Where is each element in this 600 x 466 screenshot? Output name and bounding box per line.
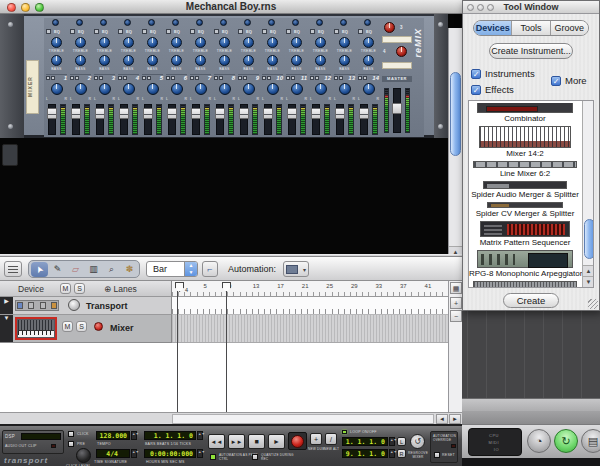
bass-knob[interactable]: [51, 55, 62, 66]
channel-solo-button[interactable]: [363, 76, 367, 80]
eq-toggle-button[interactable]: [286, 29, 291, 34]
automation-dropdown[interactable]: ▾: [283, 261, 309, 277]
device-list-item[interactable]: Line Mixer 6:2: [469, 161, 581, 179]
eq-toggle-button[interactable]: [142, 29, 147, 34]
transport-track-row[interactable]: ▶ Transport: [0, 297, 172, 315]
list-scroll-up-arrow[interactable]: ▲: [583, 265, 594, 276]
channel-solo-button[interactable]: [291, 76, 295, 80]
channel-mute-button[interactable]: [310, 76, 314, 80]
channel-mute-button[interactable]: [358, 76, 362, 80]
tab-groove[interactable]: Groove: [551, 21, 588, 35]
channel-solo-button[interactable]: [171, 76, 175, 80]
horizontal-scrollbar[interactable]: ◄ ►: [0, 412, 462, 424]
channel-mute-button[interactable]: [334, 76, 338, 80]
hand-tool-button[interactable]: ✽: [121, 262, 138, 277]
fader-cap[interactable]: [119, 108, 129, 119]
bass-knob[interactable]: [267, 55, 278, 66]
new-dub-button[interactable]: +: [310, 433, 322, 445]
eq-toggle-button[interactable]: [238, 29, 243, 34]
play-button[interactable]: ►: [268, 434, 285, 449]
channel-solo-button[interactable]: [75, 76, 79, 80]
treble-knob[interactable]: [315, 37, 326, 48]
channel-solo-button[interactable]: [219, 76, 223, 80]
regroove-mixer-button[interactable]: ↺: [410, 434, 425, 449]
transport-mini-button[interactable]: [51, 302, 57, 309]
automation-perf-checkbox[interactable]: [210, 454, 216, 460]
ruler-mode-button[interactable]: ▦: [450, 282, 462, 294]
channel-fader[interactable]: [360, 104, 368, 135]
aux-send-knob[interactable]: [316, 19, 323, 26]
pan-knob[interactable]: [267, 83, 279, 95]
channel-mute-button[interactable]: [286, 76, 290, 80]
stop-button[interactable]: ■: [248, 434, 265, 449]
loop-led[interactable]: [342, 430, 347, 434]
rewind-button[interactable]: ◄◄: [208, 434, 225, 449]
fader-cap[interactable]: [71, 108, 81, 119]
levels-button[interactable]: ▤: [581, 429, 600, 453]
hscroll-track[interactable]: [172, 414, 434, 424]
fader-cap[interactable]: [287, 108, 297, 119]
select-tool-button[interactable]: ➤: [31, 262, 48, 277]
channel-fader[interactable]: [264, 104, 272, 135]
channel-mute-button[interactable]: [70, 76, 74, 80]
aux-send-knob[interactable]: [148, 19, 155, 26]
channel-mute-button[interactable]: [142, 76, 146, 80]
channel-fader[interactable]: [216, 104, 224, 135]
treble-knob[interactable]: [339, 37, 350, 48]
channel-solo-button[interactable]: [267, 76, 271, 80]
device-list-item[interactable]: Spider CV Merger & Splitter: [469, 202, 581, 219]
aux-send-knob[interactable]: [364, 19, 371, 26]
aux-send-knob[interactable]: [340, 19, 347, 26]
channel-fader[interactable]: [312, 104, 320, 135]
rack-scrollbar[interactable]: ▲ ▼: [448, 28, 462, 268]
left-locator-display[interactable]: 1. 1. 1. 0: [342, 437, 388, 446]
channel-solo-button[interactable]: [315, 76, 319, 80]
channel-fader[interactable]: [192, 104, 200, 135]
channel-mute-button[interactable]: [262, 76, 266, 80]
bass-knob[interactable]: [195, 55, 206, 66]
pan-knob[interactable]: [171, 83, 183, 95]
treble-knob[interactable]: [51, 37, 62, 48]
transport-mini-button[interactable]: [40, 302, 46, 309]
aux-return-knob-3[interactable]: [384, 22, 395, 33]
fader-cap[interactable]: [167, 108, 177, 119]
track-expand-strip[interactable]: ▶: [0, 297, 13, 314]
aux-send-knob[interactable]: [172, 19, 179, 26]
master-fader[interactable]: [393, 88, 401, 133]
pan-knob[interactable]: [75, 83, 87, 95]
pan-knob[interactable]: [123, 83, 135, 95]
right-locator-stepper[interactable]: ▲▼: [389, 449, 395, 458]
fader-cap[interactable]: [263, 108, 273, 119]
new-alt-button[interactable]: /: [325, 433, 337, 445]
fast-forward-button[interactable]: ►►: [228, 434, 245, 449]
scroll-right-arrow[interactable]: ►: [449, 414, 461, 424]
aux-send-knob[interactable]: [244, 19, 251, 26]
record-button[interactable]: [288, 432, 307, 450]
channel-solo-button[interactable]: [123, 76, 127, 80]
channel-fader[interactable]: [240, 104, 248, 135]
channel-solo-button[interactable]: [147, 76, 151, 80]
eq-toggle-button[interactable]: [190, 29, 195, 34]
channel-mute-button[interactable]: [166, 76, 170, 80]
treble-knob[interactable]: [243, 37, 254, 48]
eq-toggle-button[interactable]: [118, 29, 123, 34]
device-list-item[interactable]: Mixer 14:2: [469, 126, 581, 159]
treble-knob[interactable]: [195, 37, 206, 48]
pre-checkbox[interactable]: [68, 441, 74, 447]
fader-cap[interactable]: [191, 108, 201, 119]
channel-solo-button[interactable]: [51, 76, 55, 80]
pan-knob[interactable]: [315, 83, 327, 95]
mixer-track-row[interactable]: ▼ M S Mixer: [0, 315, 172, 343]
bass-knob[interactable]: [219, 55, 230, 66]
click-checkbox[interactable]: [68, 431, 74, 437]
channel-mute-button[interactable]: [46, 76, 50, 80]
mixer-track-lane[interactable]: [172, 315, 448, 343]
effects-checkbox[interactable]: ✓ Effects: [471, 84, 514, 95]
transport-track-lane[interactable]: [172, 297, 448, 315]
channel-fader[interactable]: [120, 104, 128, 135]
create-button[interactable]: Create: [503, 293, 559, 308]
device-list-scrollbar[interactable]: ▲ ▼: [582, 101, 594, 287]
bass-knob[interactable]: [171, 55, 182, 66]
sequencer-menu-button[interactable]: [4, 261, 22, 277]
gauge-button[interactable]: ◔: [527, 429, 551, 453]
